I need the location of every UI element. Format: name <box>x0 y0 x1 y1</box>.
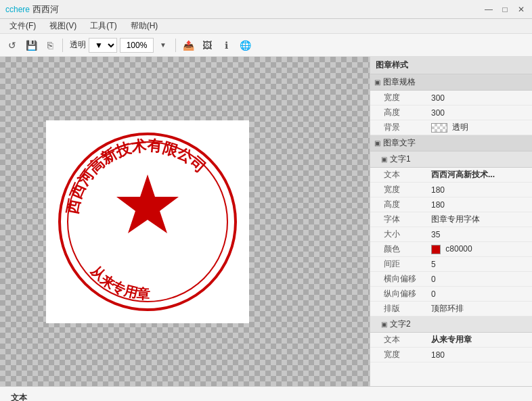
t1-voffset-label: 纵向偏移 <box>384 288 431 300</box>
color-box <box>431 245 441 254</box>
section-stamp-spec[interactable]: ▣ 图章规格 <box>370 74 532 91</box>
refresh-button[interactable]: ↺ <box>4 37 20 53</box>
section-stamp-text[interactable]: ▣ 图章文字 <box>370 135 532 151</box>
t1-font-label: 字体 <box>384 214 431 225</box>
window-controls: — □ ✕ <box>483 4 527 15</box>
right-panel: 图章样式 ▣ 图章规格 宽度 300 高度 300 背景 透明 <box>370 57 532 386</box>
toggle-text2: ▣ <box>381 321 387 328</box>
bottom-panel: 文本 指定文字内容 🖼 图章样式 📄 模版 <box>0 386 532 401</box>
save-button[interactable]: 💾 <box>23 37 39 53</box>
prop-text1-voffset: 纵向偏移 0 <box>370 287 532 302</box>
prop-text1-size: 大小 35 <box>370 227 532 242</box>
separator-2 <box>175 39 176 52</box>
prop-text2-text: 文本 从来专用章 <box>370 333 532 348</box>
t1-hoffset-value: 0 <box>431 275 528 284</box>
stamp-canvas: 西西河高新技术有限公司 从来专用章 <box>46 120 249 323</box>
prop-text1-height: 高度 180 <box>370 197 532 212</box>
t2-text-value: 从来专用章 <box>431 334 528 346</box>
height-label: 高度 <box>384 107 431 118</box>
sub-section-text2[interactable]: ▣ 文字2 <box>370 316 532 333</box>
prop-text2-width: 宽度 180 <box>370 348 532 362</box>
app-logo: cchere 西西河 <box>5 3 59 16</box>
cc-logo: cchere <box>5 5 30 14</box>
t1-width-label: 宽度 <box>384 184 431 195</box>
height-value: 300 <box>431 108 528 118</box>
web-button[interactable]: 🌐 <box>237 37 253 53</box>
svg-point-0 <box>60 134 236 310</box>
menu-file[interactable]: 文件(F) <box>3 19 43 33</box>
export-button[interactable]: 📤 <box>180 37 196 53</box>
prop-text1-width: 宽度 180 <box>370 183 532 197</box>
main-layout: 西西河高新技术有限公司 从来专用章 图章样式 ▣ <box>0 57 532 386</box>
stamp-button[interactable]: 🖼 <box>199 37 215 53</box>
t1-layout-label: 排版 <box>384 303 431 314</box>
prop-text1-spacing: 间距 5 <box>370 257 532 272</box>
title-bar: cchere 西西河 — □ ✕ <box>0 0 532 19</box>
t1-width-value: 180 <box>431 185 528 195</box>
toggle-text1: ▣ <box>381 156 387 163</box>
width-label: 宽度 <box>384 92 431 103</box>
bg-value: 透明 <box>431 122 528 133</box>
t1-voffset-value: 0 <box>431 289 528 299</box>
t1-spacing-label: 间距 <box>384 258 431 270</box>
prop-height: 高度 300 <box>370 105 532 120</box>
bottom-tabs-container: 🖼 图章样式 📄 模版 <box>420 387 532 401</box>
bottom-title: 文本 <box>5 390 415 401</box>
svg-marker-4 <box>116 174 179 233</box>
menu-tools[interactable]: 工具(T) <box>83 19 123 33</box>
canvas-area[interactable]: 西西河高新技术有限公司 从来专用章 <box>0 57 370 386</box>
section-text-label: 图章文字 <box>383 137 416 149</box>
t1-color-value: c80000 <box>431 244 528 254</box>
t1-text-value: 西西河高新技术... <box>431 169 528 181</box>
text2-label: 文字2 <box>390 319 411 330</box>
bg-label: 背景 <box>384 122 431 133</box>
t1-hoffset-label: 横向偏移 <box>384 273 431 285</box>
zoom-container: ▼ <box>120 37 171 53</box>
color-text: c80000 <box>445 244 472 254</box>
width-value: 300 <box>431 93 528 103</box>
zoom-input[interactable] <box>120 38 154 53</box>
copy-button[interactable]: ⎘ <box>42 37 58 53</box>
minimize-button[interactable]: — <box>483 4 494 15</box>
t1-layout-value: 顶部环排 <box>431 303 528 314</box>
t1-spacing-value: 5 <box>431 260 528 269</box>
prop-background: 背景 透明 <box>370 120 532 135</box>
prop-text1-font: 字体 图章专用字体 <box>370 212 532 227</box>
panel-title: 图章样式 <box>370 57 532 74</box>
sub-section-text1[interactable]: ▣ 文字1 <box>370 151 532 168</box>
t2-text-label: 文本 <box>384 334 431 346</box>
stamp-svg: 西西河高新技术有限公司 从来专用章 <box>46 120 249 323</box>
transparent-label: 透明 <box>70 39 86 51</box>
t1-size-value: 35 <box>431 230 528 239</box>
section-spec-label: 图章规格 <box>383 76 416 88</box>
bg-text: 透明 <box>452 122 468 132</box>
t1-height-label: 高度 <box>384 199 431 210</box>
prop-text1-hoffset: 横向偏移 0 <box>370 272 532 287</box>
zoom-dropdown[interactable]: ▼ <box>155 37 171 53</box>
t1-size-label: 大小 <box>384 229 431 240</box>
prop-width: 宽度 300 <box>370 91 532 105</box>
close-button[interactable]: ✕ <box>516 4 527 15</box>
menu-help[interactable]: 帮助(H) <box>124 19 165 33</box>
t1-height-value: 180 <box>431 200 528 210</box>
toggle-text: ▣ <box>374 139 380 147</box>
info-button[interactable]: ℹ <box>218 37 234 53</box>
menu-view[interactable]: 视图(V) <box>43 19 83 33</box>
bottom-content: 文本 指定文字内容 <box>0 387 420 401</box>
text1-label: 文字1 <box>390 154 411 165</box>
app-title: 西西河 <box>32 3 59 16</box>
t1-font-value: 图章专用字体 <box>431 214 528 225</box>
prop-text1-layout: 排版 顶部环排 <box>370 302 532 316</box>
transparent-select[interactable]: ▼ <box>89 38 117 53</box>
prop-text1-color: 颜色 c80000 <box>370 242 532 257</box>
toolbar: ↺ 💾 ⎘ 透明 ▼ ▼ 📤 🖼 ℹ 🌐 <box>0 34 532 57</box>
menu-bar: 文件(F) 视图(V) 工具(T) 帮助(H) <box>0 19 532 34</box>
toggle-spec: ▣ <box>374 78 380 86</box>
t1-color-label: 颜色 <box>384 243 431 255</box>
panel-content[interactable]: ▣ 图章规格 宽度 300 高度 300 背景 透明 ▣ 图章文字 <box>370 74 532 386</box>
bg-transparent-icon <box>431 123 447 133</box>
separator-1 <box>62 39 63 52</box>
prop-text1-text: 文本 西西河高新技术... <box>370 168 532 183</box>
maximize-button[interactable]: □ <box>500 4 510 15</box>
t2-width-value: 180 <box>431 350 528 360</box>
